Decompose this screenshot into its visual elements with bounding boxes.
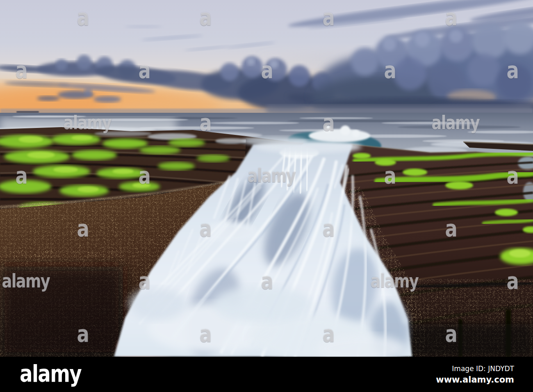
alamy-website-text: www.alamy.com	[436, 375, 514, 385]
alamy-logo: alamy	[20, 360, 81, 387]
sky	[0, 0, 533, 128]
stock-photo-page: aaaaaaaaaaaaaaaaaaaaaaaaaaalamyalamyalam…	[0, 0, 533, 392]
seascape-photo	[0, 0, 533, 357]
alamy-footer-bar: alamy Image ID: JNDYDT www.alamy.com	[0, 357, 533, 392]
footer-info: Image ID: JNDYDT www.alamy.com	[436, 365, 514, 385]
image-id-text: Image ID: JNDYDT	[452, 365, 514, 373]
